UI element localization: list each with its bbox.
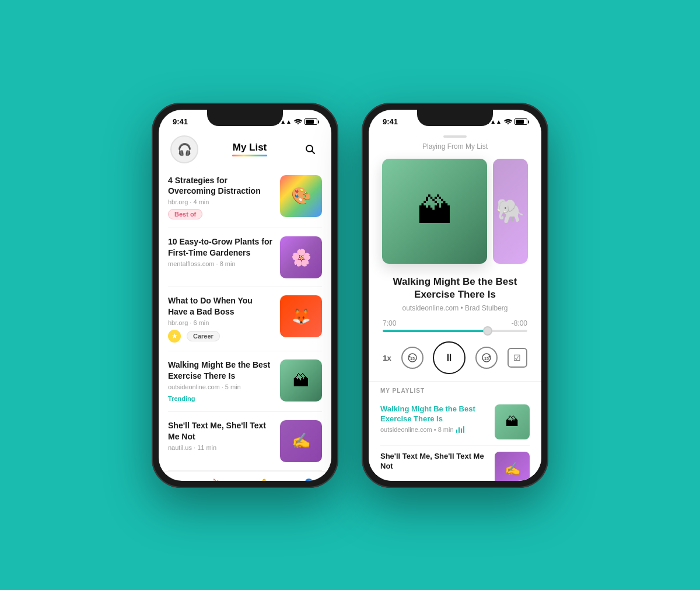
drag-handle[interactable] xyxy=(443,135,467,138)
article-thumbnail: 🏔 xyxy=(280,359,322,402)
article-meta: nautil.us · 11 min xyxy=(168,444,273,451)
list-item-content: She'll Text Me, She'll Text Me Not nauti… xyxy=(168,420,273,455)
playlist-item-content: Walking Might Be the Best Exercise There… xyxy=(380,404,489,433)
list-item[interactable]: 10 Easy-to-Grow Plants for First-Time Ga… xyxy=(168,228,322,287)
tags-row: ★ Career xyxy=(168,330,273,343)
speed-label: 1x xyxy=(383,354,391,362)
playlist-section: MY PLAYLIST Walking Might Be the Best Ex… xyxy=(369,381,541,480)
wifi-icon xyxy=(294,118,302,125)
svg-text:15: 15 xyxy=(410,357,415,361)
audio-bars-icon xyxy=(456,426,465,433)
header-title-block: My List xyxy=(198,142,301,156)
nav-profile[interactable]: 👤 xyxy=(302,478,316,481)
playlist-item-active[interactable]: Walking Might Be the Best Exercise There… xyxy=(380,399,530,446)
thumb-emoji: 🏔 xyxy=(293,371,309,390)
speed-control[interactable]: 1x xyxy=(383,354,391,362)
article-meta: outsideonline.com · 5 min xyxy=(168,383,273,390)
list-item[interactable]: She'll Text Me, She'll Text Me Not nauti… xyxy=(168,412,322,471)
list-item[interactable]: What to Do When You Have a Bad Boss hbr.… xyxy=(168,287,322,351)
home-icon: ⌂ xyxy=(174,477,181,481)
article-thumbnail: 🎨 xyxy=(280,175,322,217)
list-item-content: Walking Might Be the Best Exercise There… xyxy=(168,359,273,403)
phone-left-screen: 9:41 ▲▲▲ 🎧 My xyxy=(159,110,331,481)
phone-right: 9:41 ▲▲▲ Playing From My List xyxy=(362,103,548,488)
page-title: My List xyxy=(198,142,301,153)
player-artwork-area: 🏔 🐘 xyxy=(369,153,541,270)
playlist-item-meta: outsideonline.com • 8 min xyxy=(380,426,489,433)
tag-bestof: Best of xyxy=(168,209,202,219)
phones-container: 9:41 ▲▲▲ 🎧 My xyxy=(152,103,548,488)
bookmark-icon: ☑ xyxy=(513,353,521,362)
user-icon: 👤 xyxy=(302,478,316,481)
notch-left xyxy=(207,110,283,126)
article-meta: mentalfloss.com · 8 min xyxy=(168,260,273,267)
playlist-label: MY PLAYLIST xyxy=(380,387,530,394)
playlist-item[interactable]: She'll Text Me, She'll Text Me Not ✍️ xyxy=(380,446,530,480)
article-thumbnail: ✍️ xyxy=(280,420,322,462)
article-thumbnail: 🦊 xyxy=(280,295,322,337)
forward-button[interactable]: 15 xyxy=(475,347,498,369)
playlist-item-title: She'll Text Me, She'll Text Me Not xyxy=(380,452,489,472)
bookmark-icon: 🔖 xyxy=(212,478,226,481)
svg-text:15: 15 xyxy=(484,357,489,361)
pause-button[interactable]: ⏸ xyxy=(433,341,466,374)
list-item[interactable]: 4 Strategies for Overcoming Distraction … xyxy=(168,167,322,229)
thumb-emoji: 🌸 xyxy=(291,248,312,267)
phone-right-screen: 9:41 ▲▲▲ Playing From My List xyxy=(369,110,541,481)
playlist-item-thumb: ✍️ xyxy=(495,452,530,480)
time-elapsed: 7:00 xyxy=(383,319,396,327)
status-time-right: 9:41 xyxy=(383,117,398,126)
player-meta: outsideonline.com • Brad Stulberg xyxy=(383,304,527,312)
pause-icon: ⏸ xyxy=(444,352,454,364)
time-remaining: -8:00 xyxy=(512,319,527,327)
nav-home[interactable]: ⌂ xyxy=(174,477,181,481)
player-controls: 1x 15 ⏸ 15 xyxy=(369,337,541,381)
bell-icon: 🔔 xyxy=(257,478,271,481)
nav-notifications[interactable]: 🔔 xyxy=(257,478,271,481)
rewind-button[interactable]: 15 xyxy=(401,347,424,369)
list-item-content: What to Do When You Have a Bad Boss hbr.… xyxy=(168,295,273,343)
artwork-side: 🐘 xyxy=(493,159,528,264)
tags-row: Best of xyxy=(168,209,273,219)
nav-bookmark[interactable]: 🔖 xyxy=(212,478,226,481)
article-list: 4 Strategies for Overcoming Distraction … xyxy=(159,167,331,471)
header-wrapper: 🎧 My List xyxy=(159,131,331,167)
player-source-label: Playing From My List xyxy=(380,142,530,151)
article-title: What to Do When You Have a Bad Boss xyxy=(168,295,273,317)
tag-trending: Trending xyxy=(168,394,201,403)
progress-knob[interactable] xyxy=(483,326,492,336)
list-item[interactable]: Walking Might Be the Best Exercise There… xyxy=(168,351,322,412)
svg-line-1 xyxy=(312,151,315,153)
player-header: Playing From My List xyxy=(369,131,541,153)
star-tag: ★ xyxy=(168,330,181,343)
list-item-content: 10 Easy-to-Grow Plants for First-Time Ga… xyxy=(168,236,273,271)
playlist-item-content: She'll Text Me, She'll Text Me Not xyxy=(380,452,489,472)
playlist-item-thumb: 🏔 xyxy=(495,404,530,439)
playlist-item-title: Walking Might Be the Best Exercise There… xyxy=(380,404,489,424)
search-button[interactable] xyxy=(301,140,320,159)
header-left: 🎧 My List xyxy=(159,131,331,163)
progress-bar[interactable] xyxy=(383,330,527,332)
list-item-content: 4 Strategies for Overcoming Distraction … xyxy=(168,175,273,220)
player-content: Playing From My List 🏔 🐘 Walking Might B… xyxy=(369,131,541,481)
progress-time-row: 7:00 -8:00 xyxy=(383,319,527,327)
article-title: 10 Easy-to-Grow Plants for First-Time Ga… xyxy=(168,236,273,259)
title-underline xyxy=(232,155,267,156)
thumb-emoji: 🎨 xyxy=(291,186,312,205)
headphone-icon: 🎧 xyxy=(177,142,192,156)
article-title: 4 Strategies for Overcoming Distraction xyxy=(168,175,273,197)
article-meta: hbr.org · 6 min xyxy=(168,319,273,326)
battery-icon xyxy=(304,118,317,125)
avatar-circle[interactable]: 🎧 xyxy=(170,135,198,163)
bookmark-button[interactable]: ☑ xyxy=(508,348,527,368)
article-thumbnail: 🌸 xyxy=(280,236,322,278)
playlist-source: outsideonline.com • 8 min xyxy=(380,426,454,433)
phone-left: 9:41 ▲▲▲ 🎧 My xyxy=(152,103,338,488)
progress-area: 7:00 -8:00 xyxy=(369,315,541,337)
bottom-nav: ⌂ 🔖 🔔 👤 xyxy=(159,471,331,481)
thumb-emoji: ✍️ xyxy=(292,432,310,450)
article-title: Walking Might Be the Best Exercise There… xyxy=(168,359,273,382)
tag-career: Career xyxy=(187,331,220,341)
thumb-emoji: 🦊 xyxy=(292,308,310,326)
status-time-left: 9:41 xyxy=(173,117,188,126)
